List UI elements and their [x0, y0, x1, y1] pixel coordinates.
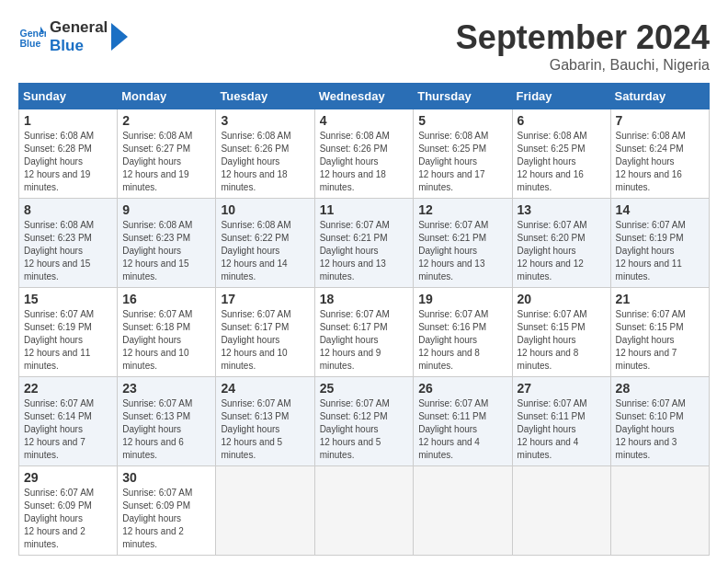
calendar-cell: 28 Sunrise: 6:07 AM Sunset: 6:10 PM Dayl…	[610, 377, 709, 466]
day-number: 21	[616, 292, 704, 306]
day-number: 7	[616, 113, 704, 128]
daylight-hours: 12 hours and 11 minutes.	[24, 348, 90, 371]
svg-marker-3	[111, 23, 128, 51]
logo-line1: General	[50, 18, 108, 37]
location: Gabarin, Bauchi, Nigeria	[456, 57, 710, 74]
sunrise: Sunrise: 6:08 AM	[518, 131, 587, 141]
sunrise: Sunrise: 6:07 AM	[221, 309, 290, 319]
sunset: Sunset: 6:22 PM	[221, 233, 289, 243]
daylight-hours: 12 hours and 9 minutes.	[320, 348, 381, 371]
calendar-cell: 18 Sunrise: 6:07 AM Sunset: 6:17 PM Dayl…	[314, 288, 414, 377]
day-info: Sunrise: 6:07 AM Sunset: 6:11 PM Dayligh…	[418, 397, 506, 462]
daylight-hours: 12 hours and 3 minutes.	[616, 437, 677, 460]
day-number: 11	[320, 202, 409, 217]
daylight-hours: 12 hours and 14 minutes.	[221, 259, 287, 282]
calendar-cell: 19 Sunrise: 6:07 AM Sunset: 6:16 PM Dayl…	[414, 288, 512, 377]
sunset: Sunset: 6:16 PM	[418, 322, 486, 332]
daylight-hours: 12 hours and 16 minutes.	[518, 169, 584, 192]
daylight-label: Daylight hours	[24, 335, 83, 345]
calendar-cell: 25 Sunrise: 6:07 AM Sunset: 6:12 PM Dayl…	[314, 377, 414, 466]
header: General Blue General Blue September 2024…	[18, 18, 710, 74]
day-info: Sunrise: 6:07 AM Sunset: 6:15 PM Dayligh…	[518, 308, 606, 373]
calendar-week-row: 22 Sunrise: 6:07 AM Sunset: 6:14 PM Dayl…	[19, 377, 710, 466]
logo-arrow	[111, 23, 128, 51]
sunset: Sunset: 6:28 PM	[24, 144, 92, 154]
daylight-label: Daylight hours	[24, 156, 83, 167]
daylight-label: Daylight hours	[221, 156, 279, 167]
daylight-label: Daylight hours	[616, 335, 675, 345]
day-number: 28	[616, 381, 704, 396]
day-number: 3	[221, 113, 309, 128]
calendar-cell: 2 Sunrise: 6:08 AM Sunset: 6:27 PM Dayli…	[118, 109, 216, 199]
sunset: Sunset: 6:26 PM	[221, 144, 289, 154]
sunset: Sunset: 6:19 PM	[24, 322, 92, 332]
day-number: 23	[122, 381, 210, 396]
day-number: 6	[518, 113, 606, 128]
day-info: Sunrise: 6:07 AM Sunset: 6:13 PM Dayligh…	[122, 397, 210, 462]
sunrise: Sunrise: 6:08 AM	[24, 220, 94, 230]
daylight-label: Daylight hours	[616, 156, 675, 167]
daylight-label: Daylight hours	[221, 246, 279, 256]
daylight-hours: 12 hours and 18 minutes.	[221, 169, 287, 192]
day-info: Sunrise: 6:07 AM Sunset: 6:14 PM Dayligh…	[24, 397, 112, 462]
day-info: Sunrise: 6:07 AM Sunset: 6:17 PM Dayligh…	[320, 308, 409, 373]
day-number: 25	[320, 381, 409, 396]
day-info: Sunrise: 6:08 AM Sunset: 6:28 PM Dayligh…	[24, 130, 112, 194]
daylight-label: Daylight hours	[122, 513, 181, 523]
day-info: Sunrise: 6:08 AM Sunset: 6:25 PM Dayligh…	[418, 130, 506, 194]
daylight-hours: 12 hours and 19 minutes.	[122, 169, 188, 192]
calendar-cell: 26 Sunrise: 6:07 AM Sunset: 6:11 PM Dayl…	[414, 377, 512, 466]
sunrise: Sunrise: 6:08 AM	[24, 131, 94, 141]
daylight-hours: 12 hours and 8 minutes.	[418, 348, 480, 371]
daylight-hours: 12 hours and 15 minutes.	[122, 259, 188, 282]
calendar-week-row: 15 Sunrise: 6:07 AM Sunset: 6:19 PM Dayl…	[19, 288, 710, 377]
day-info: Sunrise: 6:07 AM Sunset: 6:20 PM Dayligh…	[518, 219, 606, 283]
sunset: Sunset: 6:09 PM	[24, 500, 92, 511]
daylight-hours: 12 hours and 10 minutes.	[221, 348, 287, 371]
sunset: Sunset: 6:15 PM	[518, 322, 586, 332]
day-info: Sunrise: 6:08 AM Sunset: 6:26 PM Dayligh…	[221, 130, 309, 194]
day-number: 20	[518, 292, 606, 306]
daylight-label: Daylight hours	[518, 246, 576, 256]
daylight-hours: 12 hours and 4 minutes.	[418, 437, 480, 460]
sunrise: Sunrise: 6:07 AM	[418, 398, 488, 408]
daylight-hours: 12 hours and 10 minutes.	[122, 348, 188, 371]
calendar-cell: 29 Sunrise: 6:07 AM Sunset: 6:09 PM Dayl…	[19, 466, 118, 556]
daylight-hours: 12 hours and 6 minutes.	[122, 437, 184, 460]
col-thursday: Thursday	[414, 84, 512, 109]
daylight-hours: 12 hours and 5 minutes.	[320, 437, 381, 460]
daylight-hours: 12 hours and 13 minutes.	[418, 259, 484, 282]
daylight-label: Daylight hours	[122, 156, 181, 167]
col-sunday: Sunday	[19, 84, 118, 109]
page: General Blue General Blue September 2024…	[0, 0, 728, 563]
day-info: Sunrise: 6:08 AM Sunset: 6:22 PM Dayligh…	[221, 219, 309, 283]
calendar-cell: 1 Sunrise: 6:08 AM Sunset: 6:28 PM Dayli…	[19, 109, 118, 199]
sunrise: Sunrise: 6:07 AM	[518, 398, 587, 408]
day-info: Sunrise: 6:08 AM Sunset: 6:26 PM Dayligh…	[320, 130, 409, 194]
logo: General Blue General Blue	[18, 18, 128, 56]
daylight-label: Daylight hours	[616, 424, 675, 434]
sunset: Sunset: 6:12 PM	[320, 411, 388, 421]
calendar-cell: 23 Sunrise: 6:07 AM Sunset: 6:13 PM Dayl…	[118, 377, 216, 466]
day-number: 5	[418, 113, 506, 128]
sunset: Sunset: 6:14 PM	[24, 411, 92, 421]
sunrise: Sunrise: 6:08 AM	[122, 220, 192, 230]
calendar-cell: 27 Sunrise: 6:07 AM Sunset: 6:11 PM Dayl…	[512, 377, 610, 466]
day-number: 12	[418, 202, 506, 217]
day-info: Sunrise: 6:07 AM Sunset: 6:19 PM Dayligh…	[616, 219, 704, 283]
daylight-label: Daylight hours	[518, 335, 576, 345]
day-info: Sunrise: 6:07 AM Sunset: 6:21 PM Dayligh…	[418, 219, 506, 283]
day-info: Sunrise: 6:07 AM Sunset: 6:19 PM Dayligh…	[24, 308, 112, 373]
calendar-week-row: 29 Sunrise: 6:07 AM Sunset: 6:09 PM Dayl…	[19, 466, 710, 556]
col-monday: Monday	[118, 84, 216, 109]
day-info: Sunrise: 6:07 AM Sunset: 6:12 PM Dayligh…	[320, 397, 409, 462]
daylight-label: Daylight hours	[320, 335, 379, 345]
day-number: 19	[418, 292, 506, 306]
sunset: Sunset: 6:21 PM	[418, 233, 486, 243]
day-info: Sunrise: 6:07 AM Sunset: 6:21 PM Dayligh…	[320, 219, 409, 283]
month-title: September 2024	[456, 18, 710, 57]
day-info: Sunrise: 6:07 AM Sunset: 6:17 PM Dayligh…	[221, 308, 309, 373]
calendar-cell: 15 Sunrise: 6:07 AM Sunset: 6:19 PM Dayl…	[19, 288, 118, 377]
daylight-label: Daylight hours	[122, 424, 181, 434]
calendar-cell: 4 Sunrise: 6:08 AM Sunset: 6:26 PM Dayli…	[314, 109, 414, 199]
